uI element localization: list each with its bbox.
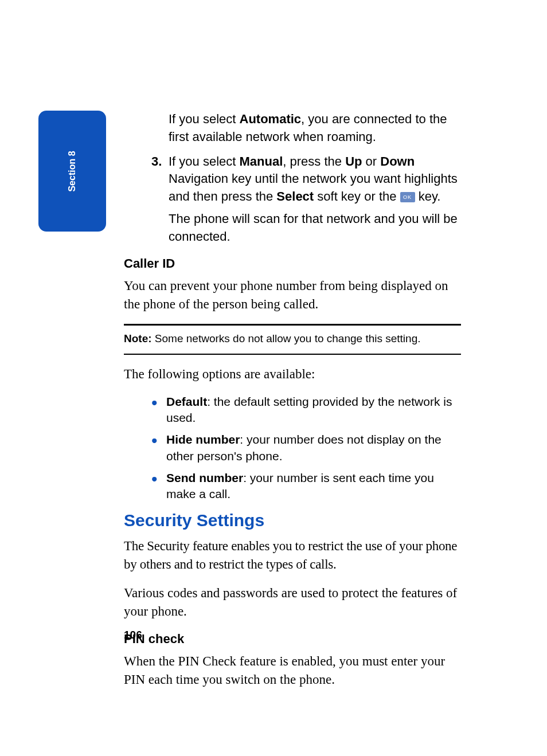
bold-manual: Manual [240,154,283,169]
note-label: Note: [124,332,152,344]
bold-select: Select [276,189,314,203]
text: , press the [283,154,345,169]
text: key. [415,189,441,203]
paragraph-security-1: The Security feature enables you to rest… [124,537,461,574]
paragraph-security-2: Various codes and passwords are used to … [124,584,461,621]
step-3-result: The phone will scan for that network and… [169,210,461,246]
heading-pin-check: PIN check [124,632,461,647]
section-tab-label: Section 8 [67,151,77,191]
note-text: Note: Some networks do not allow you to … [124,331,461,347]
page-content: If you select Automatic, you are connect… [124,111,461,699]
page-number: 106 [124,629,142,641]
text: If you select [169,154,240,169]
paragraph-automatic: If you select Automatic, you are connect… [169,111,461,146]
bold-automatic: Automatic [240,112,302,126]
heading-security-settings: Security Settings [124,511,461,530]
paragraph-caller-id: You can prevent your phone number from b… [124,277,461,314]
note-box: Note: Some networks do not allow you to … [124,324,461,355]
bold-hide-number: Hide number [166,433,240,446]
list-item: Default: the default setting provided by… [151,394,461,426]
step-text: If you select Manual, press the Up or Do… [169,153,461,206]
ok-key-icon: OK [400,192,415,202]
bullet-list: Default: the default setting provided by… [151,394,461,503]
paragraph-pin-check: When the PIN Check feature is enabled, y… [124,652,461,689]
heading-caller-id: Caller ID [124,256,461,271]
text: soft key or the [314,189,400,203]
text: or [362,154,380,169]
text: If you select [169,112,240,126]
list-item: Hide number: your number does not displa… [151,432,461,464]
step-number: 3. [151,153,162,171]
paragraph-options-intro: The following options are available: [124,365,461,383]
step-3: 3. If you select Manual, press the Up or… [154,153,461,206]
bold-down: Down [380,154,415,169]
list-item: Send number: your number is sent each ti… [151,470,461,503]
text: : the default setting provided by the ne… [166,395,452,424]
bold-up: Up [345,154,362,169]
text: Some networks do not allow you to change… [152,332,421,344]
bold-default: Default [166,395,207,408]
section-tab: Section 8 [38,111,106,232]
bold-send-number: Send number [166,471,243,484]
